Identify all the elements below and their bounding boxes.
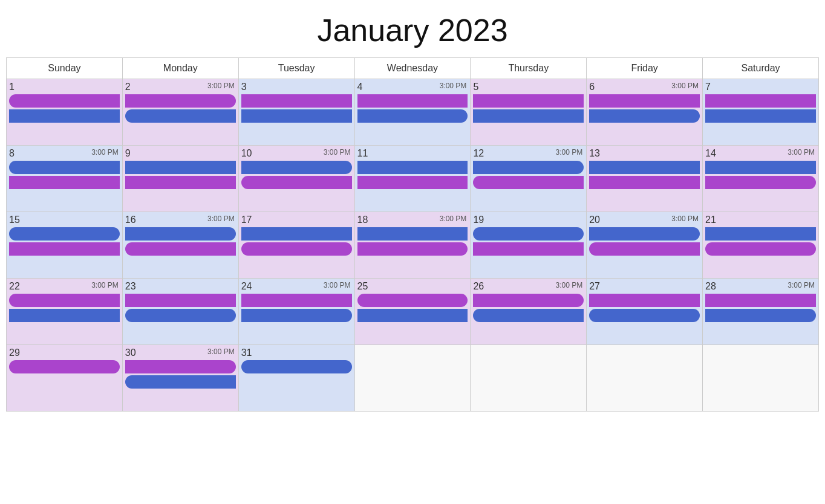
- event-bar[interactable]: [589, 242, 700, 256]
- event-bar[interactable]: [241, 242, 352, 256]
- calendar-day-cell[interactable]: 243:00 PM: [238, 279, 354, 345]
- event-bar[interactable]: [473, 309, 584, 322]
- event-bar[interactable]: [125, 375, 236, 389]
- event-bar[interactable]: [589, 294, 700, 307]
- event-bar[interactable]: [9, 309, 120, 322]
- event-bar[interactable]: [357, 309, 468, 322]
- event-bar[interactable]: [589, 309, 700, 322]
- event-bar[interactable]: [9, 360, 120, 373]
- event-bar[interactable]: [473, 227, 584, 241]
- calendar-day-cell[interactable]: 103:00 PM: [238, 146, 354, 212]
- event-bar[interactable]: [473, 161, 584, 174]
- event-bar[interactable]: [9, 242, 120, 256]
- calendar-day-cell[interactable]: 11: [354, 146, 471, 212]
- event-bar[interactable]: [125, 360, 236, 373]
- event-bar[interactable]: [357, 176, 468, 189]
- calendar-day-cell[interactable]: 13: [587, 146, 703, 212]
- calendar-day-cell[interactable]: 5: [471, 79, 587, 146]
- calendar-day-cell[interactable]: 223:00 PM: [7, 279, 123, 345]
- day-number: 23: [125, 281, 236, 292]
- event-bar[interactable]: [9, 94, 120, 108]
- event-bar[interactable]: [705, 294, 816, 307]
- day-number: 15: [9, 215, 120, 225]
- event-bar[interactable]: [241, 309, 352, 322]
- event-bar[interactable]: [9, 294, 120, 307]
- event-bar[interactable]: [357, 94, 468, 108]
- event-bar[interactable]: [241, 360, 352, 373]
- event-bar[interactable]: [9, 109, 120, 123]
- calendar-day-cell[interactable]: 31: [238, 345, 354, 412]
- event-bar[interactable]: [705, 94, 816, 108]
- calendar-day-cell[interactable]: 143:00 PM: [703, 146, 819, 212]
- event-bar[interactable]: [473, 109, 584, 123]
- calendar-day-cell[interactable]: 83:00 PM: [7, 146, 123, 212]
- calendar-day-cell[interactable]: 43:00 PM: [354, 79, 471, 146]
- time-label: 3:00 PM: [91, 281, 119, 289]
- event-bar[interactable]: [9, 176, 120, 189]
- event-bar[interactable]: [357, 161, 468, 174]
- event-bar[interactable]: [9, 227, 120, 241]
- event-bar[interactable]: [589, 109, 700, 123]
- calendar-day-cell[interactable]: 23:00 PM: [122, 79, 238, 146]
- calendar-day-cell[interactable]: 17: [238, 212, 354, 279]
- event-bar[interactable]: [125, 309, 236, 322]
- calendar-week-row: 83:00 PM9103:00 PM11123:00 PM13143:00 PM: [7, 146, 819, 212]
- calendar-day-cell[interactable]: 63:00 PM: [587, 79, 703, 146]
- event-bar[interactable]: [705, 309, 816, 322]
- calendar-day-cell[interactable]: 3: [238, 79, 354, 146]
- event-bar[interactable]: [589, 176, 700, 189]
- calendar-day-cell[interactable]: 163:00 PM: [122, 212, 238, 279]
- calendar-day-cell[interactable]: 7: [703, 79, 819, 146]
- event-bar[interactable]: [357, 109, 468, 123]
- event-bar[interactable]: [589, 161, 700, 174]
- event-bar[interactable]: [473, 294, 584, 307]
- time-label: 3:00 PM: [556, 148, 583, 157]
- event-bar[interactable]: [473, 176, 584, 189]
- event-bar[interactable]: [473, 94, 584, 108]
- calendar-day-cell[interactable]: 9: [122, 146, 238, 212]
- event-bar[interactable]: [357, 242, 468, 256]
- calendar-day-cell[interactable]: 19: [471, 212, 587, 279]
- event-bar[interactable]: [9, 161, 120, 174]
- calendar-day-cell[interactable]: 25: [354, 279, 471, 345]
- event-bar[interactable]: [125, 161, 236, 174]
- time-label: 3:00 PM: [440, 215, 467, 223]
- event-bar[interactable]: [125, 109, 236, 123]
- calendar-day-cell[interactable]: 23: [122, 279, 238, 345]
- event-bar[interactable]: [705, 227, 816, 241]
- calendar-day-cell[interactable]: 1: [7, 79, 123, 146]
- event-bar[interactable]: [241, 94, 352, 108]
- calendar-day-cell[interactable]: 15: [7, 212, 123, 279]
- calendar-day-cell[interactable]: 283:00 PM: [703, 279, 819, 345]
- calendar-day-cell[interactable]: 263:00 PM: [471, 279, 587, 345]
- event-bar[interactable]: [125, 94, 236, 108]
- event-bar[interactable]: [241, 109, 352, 123]
- time-label: 3:00 PM: [324, 148, 351, 157]
- event-bar[interactable]: [125, 176, 236, 189]
- calendar-day-cell[interactable]: 27: [587, 279, 703, 345]
- event-bar[interactable]: [705, 161, 816, 174]
- event-bar[interactable]: [589, 94, 700, 108]
- event-bar[interactable]: [705, 109, 816, 123]
- calendar-day-cell[interactable]: 203:00 PM: [587, 212, 703, 279]
- calendar-week-row: 15163:00 PM17183:00 PM19203:00 PM21: [7, 212, 819, 279]
- event-bar[interactable]: [241, 176, 352, 189]
- event-bar[interactable]: [473, 242, 584, 256]
- event-bar[interactable]: [125, 242, 236, 256]
- event-bar[interactable]: [241, 294, 352, 307]
- event-bar[interactable]: [589, 227, 700, 241]
- calendar-day-cell[interactable]: 183:00 PM: [354, 212, 471, 279]
- event-bar[interactable]: [125, 294, 236, 307]
- event-bar[interactable]: [241, 227, 352, 241]
- event-bar[interactable]: [357, 294, 468, 307]
- event-bar[interactable]: [705, 176, 816, 189]
- event-bar[interactable]: [357, 227, 468, 241]
- event-bar[interactable]: [125, 227, 236, 241]
- calendar-day-cell[interactable]: 29: [7, 345, 123, 412]
- calendar-day-cell[interactable]: 303:00 PM: [122, 345, 238, 412]
- day-number: 17: [241, 215, 352, 225]
- event-bar[interactable]: [241, 161, 352, 174]
- event-bar[interactable]: [705, 242, 816, 256]
- calendar-day-cell[interactable]: 123:00 PM: [471, 146, 587, 212]
- calendar-day-cell[interactable]: 21: [703, 212, 819, 279]
